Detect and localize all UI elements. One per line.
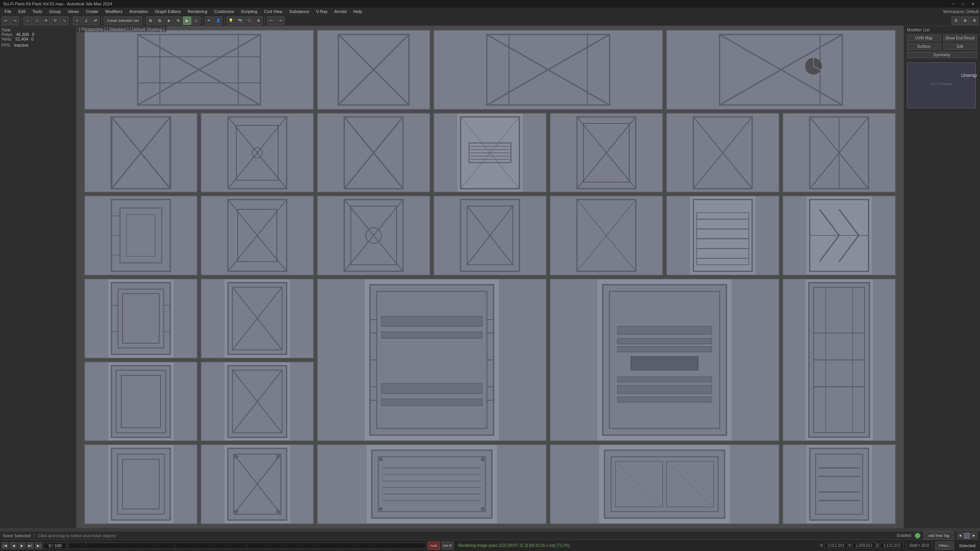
panel-r6-c3-wide[interactable] — [317, 444, 547, 524]
minimize-btn[interactable]: ─ — [950, 2, 957, 7]
menu-file[interactable]: File — [2, 8, 15, 15]
panel-r3-c6[interactable] — [666, 196, 779, 276]
prev-key-btn[interactable]: ◀ — [957, 533, 963, 539]
layer-manager-btn[interactable]: ⊞ — [961, 16, 969, 25]
rotate-btn[interactable]: ↻ — [51, 16, 59, 25]
go-end-btn[interactable]: ▶| — [35, 542, 42, 549]
surface-btn[interactable]: Surface — [907, 43, 941, 50]
unwrap-label[interactable]: Unwrap — [961, 73, 977, 78]
menu-create[interactable]: Create — [83, 8, 101, 15]
panel-r2-c3[interactable] — [317, 113, 430, 193]
move-btn[interactable]: ✛ — [42, 16, 50, 25]
material-editor-btn[interactable]: ◈ — [165, 16, 173, 25]
select-object-btn[interactable]: ○ — [23, 16, 32, 25]
enabled-indicator[interactable] — [915, 533, 920, 538]
main-viewport[interactable]: Y X — [77, 26, 903, 528]
camera-btn[interactable]: 📷 — [236, 16, 244, 25]
select-region-btn[interactable]: □ — [33, 16, 41, 25]
play-btn[interactable]: ▶ — [18, 542, 25, 549]
snap-btn[interactable]: ⊹ — [73, 16, 81, 25]
action-man-btn[interactable]: ⚙ — [970, 16, 978, 25]
panel-r3-c1[interactable] — [84, 196, 198, 276]
panel-r3-c3[interactable] — [317, 196, 430, 276]
panel-r2-c5[interactable] — [550, 113, 663, 193]
geometry-btn[interactable]: ⬡ — [245, 16, 253, 25]
mirror-btn[interactable]: ⇌ — [91, 16, 100, 25]
uvw-map-btn[interactable]: UVW Map — [907, 35, 941, 41]
menu-customize[interactable]: Customize — [211, 8, 237, 15]
toggle-grid-btn[interactable]: ⊞ — [155, 16, 164, 25]
symmetry-btn[interactable]: Symmetry — [907, 52, 977, 58]
menu-scripting[interactable]: Scripting — [238, 8, 260, 15]
panel-r2-c2[interactable] — [201, 113, 314, 193]
panel-r1-c3[interactable] — [317, 30, 430, 110]
panel-r6-c1[interactable] — [84, 444, 198, 524]
menu-tools[interactable]: Tools — [29, 8, 46, 15]
next-frame-btn[interactable]: ▶| — [27, 542, 34, 549]
angle-snap-btn[interactable]: ∠ — [82, 16, 90, 25]
redo-btn[interactable]: ↪ — [11, 16, 19, 25]
menu-group[interactable]: Group — [46, 8, 64, 15]
panel-r3-c7[interactable] — [782, 196, 896, 276]
menu-graph-editors[interactable]: Graph Editors — [152, 8, 184, 15]
panel-r2-c1[interactable] — [84, 113, 198, 193]
light-btn[interactable]: 💡 — [227, 16, 235, 25]
go-start-btn[interactable]: |◀ — [2, 542, 8, 549]
panel-r4-c3-wide[interactable] — [317, 279, 547, 441]
panel-r6-c7[interactable] — [782, 444, 896, 524]
key-filters-btn[interactable]: Filters... — [935, 541, 954, 550]
menu-substance[interactable]: Substance — [286, 8, 312, 15]
panel-r4-c7-tall[interactable] — [782, 279, 896, 441]
panel-r2-c7[interactable] — [782, 113, 896, 193]
coord-z[interactable]: 3,131,013 — [880, 543, 903, 548]
undo-btn[interactable]: ↩ — [2, 16, 10, 25]
panel-r4-c5-wide[interactable] — [550, 279, 779, 441]
scene-explorer-btn[interactable]: ☰ — [952, 16, 960, 25]
close-btn[interactable]: ✕ — [969, 2, 977, 7]
panel-r4-c1[interactable] — [84, 279, 198, 359]
menu-vray[interactable]: V-Ray — [313, 8, 331, 15]
panel-r1-c4[interactable] — [433, 30, 663, 110]
align-btn[interactable]: ⊞ — [146, 16, 155, 25]
next-key-btn[interactable]: ▶ — [971, 533, 977, 539]
panel-r2-c4[interactable] — [433, 113, 547, 193]
key-indicator[interactable] — [964, 533, 970, 539]
render-setup-btn[interactable]: ⚙ — [174, 16, 182, 25]
render-btn[interactable]: ▶ — [183, 16, 191, 25]
panel-r5-c2[interactable] — [201, 362, 314, 442]
panel-r6-c2[interactable] — [201, 444, 314, 524]
add-time-tag-btn[interactable]: Add Time Tag — [923, 531, 954, 540]
motion-paths-btn[interactable]: 〜 — [267, 16, 275, 25]
panel-r3-c5[interactable] — [550, 196, 663, 276]
menu-views[interactable]: Views — [65, 8, 82, 15]
scale-btn[interactable]: ⤡ — [60, 16, 69, 25]
menu-help[interactable]: Help — [350, 8, 365, 15]
show-end-result-btn[interactable]: Show End Result — [943, 35, 977, 41]
set-key-btn[interactable]: Set R — [441, 541, 454, 550]
time-ruler[interactable] — [68, 543, 426, 549]
panel-r1-c6[interactable] — [666, 30, 896, 110]
create-selection-btn[interactable]: Create Selection Set — [104, 16, 142, 25]
panel-r2-c6[interactable] — [666, 113, 779, 193]
maximize-btn[interactable]: □ — [959, 2, 967, 7]
auto-key-btn[interactable]: Auto — [428, 541, 440, 550]
panel-r3-c4[interactable] — [433, 196, 547, 276]
menu-edit[interactable]: Edit — [15, 8, 29, 15]
panel-r6-c5-wide[interactable] — [550, 444, 779, 524]
menu-rendering[interactable]: Rendering — [185, 8, 211, 15]
object-paint-btn[interactable]: ✏ — [205, 16, 213, 25]
menu-civil-view[interactable]: Civil View — [261, 8, 285, 15]
edit-btn[interactable]: Edit — [943, 43, 977, 50]
prev-frame-btn[interactable]: ◀ — [10, 542, 17, 549]
menu-animation[interactable]: Animation — [126, 8, 151, 15]
menu-modifiers[interactable]: Modifiers — [102, 8, 126, 15]
panel-r4-c2[interactable] — [201, 279, 314, 359]
coord-x[interactable]: 3,011,013 — [825, 543, 848, 548]
panel-r3-c2[interactable] — [201, 196, 314, 276]
render-frame-btn[interactable]: ▷ — [192, 16, 201, 25]
coord-y[interactable]: 1,059,013 — [853, 543, 875, 548]
populate-btn[interactable]: 👤 — [214, 16, 222, 25]
constraint-btn[interactable]: ⊸ — [276, 16, 284, 25]
panel-r1-c1[interactable] — [84, 30, 314, 110]
panel-r5-c1[interactable] — [84, 362, 198, 442]
